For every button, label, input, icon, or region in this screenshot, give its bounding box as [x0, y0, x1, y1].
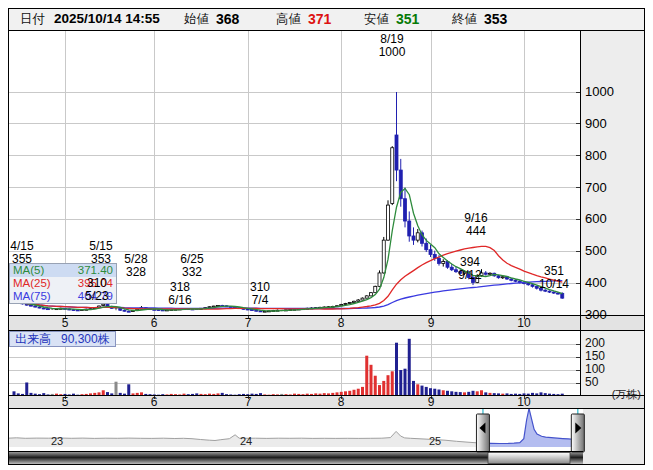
ma-label: MA(75)	[13, 290, 51, 302]
candle-body	[535, 286, 538, 288]
volume-bar	[399, 370, 402, 396]
candle-body	[357, 300, 360, 301]
volume-bar	[412, 381, 415, 396]
candle-body	[246, 309, 249, 310]
range-handle-right[interactable]	[571, 414, 584, 452]
price-axis-label: 1000	[585, 85, 614, 98]
volume-bar	[531, 393, 534, 396]
candle-body	[561, 293, 564, 298]
month-label: 10	[517, 396, 530, 409]
navigator-year-label: 24	[240, 435, 252, 448]
month-label: 10	[517, 317, 530, 330]
low-value: 351	[396, 11, 419, 27]
price-axis-label: 900	[585, 117, 607, 130]
candle-body	[119, 308, 122, 310]
swing-annotation: 3105/23	[85, 277, 108, 302]
volume-bar	[115, 382, 118, 396]
swing-annotation: 8/191000	[379, 33, 406, 58]
candle-body	[382, 240, 385, 273]
candle-body	[374, 286, 377, 292]
volume-bar	[30, 393, 33, 396]
candle-body	[30, 305, 33, 306]
price-axis-label: 700	[585, 181, 607, 194]
swing-annotation: 4/15355	[10, 240, 33, 265]
range-handle-left[interactable]	[476, 414, 489, 452]
low-label: 安値	[364, 11, 389, 28]
navigator-year-label: 23	[51, 435, 63, 448]
candle-body	[416, 233, 419, 240]
candle-body	[391, 148, 394, 204]
swing-annotation: 5/15353	[89, 240, 112, 265]
high-value: 371	[308, 11, 331, 27]
date-value: 2025/10/14 14:55	[54, 11, 160, 26]
volume-bar	[421, 386, 424, 396]
candle-body	[510, 279, 513, 280]
volume-bar	[404, 369, 407, 396]
month-strip-1	[8, 315, 645, 330]
volume-bar	[127, 384, 130, 396]
candle-body	[344, 304, 347, 305]
navigator-side-panel	[583, 408, 645, 465]
candle-body	[127, 311, 130, 312]
candle-body	[455, 270, 458, 272]
candle-body	[438, 258, 441, 263]
price-axis-label: 500	[585, 244, 607, 257]
volume-bar	[489, 393, 492, 396]
volume-bar	[387, 375, 390, 396]
candle-body	[412, 236, 415, 240]
candle-body	[497, 276, 500, 278]
candle-body	[450, 267, 453, 270]
candle-body	[425, 243, 428, 249]
candle-body	[259, 311, 262, 312]
swing-annotation: 5/28328	[124, 253, 147, 278]
candle-body	[365, 296, 368, 298]
candle-body	[442, 261, 445, 263]
candle-body	[353, 301, 356, 302]
volume-label-value: 90,300株	[61, 332, 110, 346]
date-label: 日付	[20, 11, 45, 28]
price-axis-label: 800	[585, 149, 607, 162]
scrollbar-thumb[interactable]	[488, 453, 570, 464]
candle-body	[38, 307, 41, 308]
volume-bar	[370, 365, 373, 396]
month-label: 6	[151, 317, 158, 330]
candle-body	[501, 277, 504, 278]
month-label: 8	[338, 317, 345, 330]
volume-label-name: 出来高	[15, 332, 51, 346]
volume-bar	[365, 356, 368, 396]
candle-body	[404, 199, 407, 221]
month-strip-2	[8, 395, 645, 408]
candle-body	[102, 304, 105, 305]
close-value: 353	[484, 11, 507, 27]
candle-body	[489, 273, 492, 274]
candle-body	[531, 285, 534, 287]
month-label: 5	[62, 396, 69, 409]
high-label: 高値	[276, 11, 301, 28]
swing-annotation: 6/25332	[180, 253, 203, 278]
month-label: 5	[62, 317, 69, 330]
volume-bar	[93, 393, 96, 396]
volume-bar	[416, 384, 419, 396]
candle-body	[527, 283, 530, 284]
candle-body	[514, 280, 517, 281]
candle-body	[395, 135, 398, 170]
swing-annotation: 3186/16	[168, 281, 191, 306]
month-label: 9	[428, 317, 435, 330]
candle-body	[34, 306, 37, 307]
open-label: 始値	[184, 11, 209, 28]
candle-body	[429, 250, 432, 255]
volume-bar	[382, 381, 385, 396]
candle-body	[123, 310, 126, 311]
ma-label: MA(25)	[13, 277, 51, 289]
candle-body	[484, 273, 487, 274]
candle-body	[42, 308, 45, 309]
volume-bar	[395, 343, 398, 396]
price-axis-label: 600	[585, 212, 607, 225]
swing-annotation: 35110/14	[539, 265, 569, 290]
candle-body	[361, 298, 364, 300]
volume-bar	[331, 393, 334, 396]
ohlc-header: 日付 2025/10/14 14:55 始値 368 高値 371 安値 351…	[8, 8, 645, 30]
candle-body	[552, 292, 555, 293]
month-label: 7	[245, 396, 252, 409]
candle-body	[348, 303, 351, 304]
